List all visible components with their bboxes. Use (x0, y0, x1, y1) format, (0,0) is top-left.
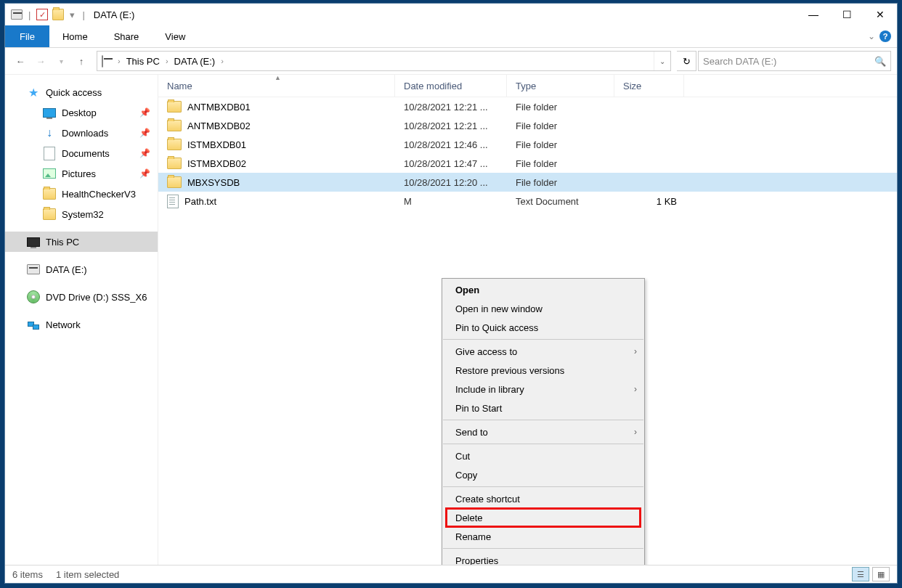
address-bar[interactable]: › This PC › DATA (E:) › ⌄ (97, 51, 671, 71)
navigation-bar: ← → ▾ ↑ › This PC › DATA (E:) › ⌄ ↻ Sear… (5, 48, 897, 75)
pin-icon: 📌 (139, 168, 150, 179)
star-icon: ★ (27, 86, 40, 99)
menu-separator (443, 339, 643, 340)
breadcrumb-this-pc[interactable]: This PC (125, 56, 161, 67)
column-label: Date modified (404, 81, 462, 91)
pin-icon: 📌 (139, 107, 150, 118)
help-icon[interactable]: ? (879, 30, 891, 42)
folder-icon (43, 187, 56, 200)
menu-pin-quick-access[interactable]: Pin to Quick access (442, 318, 644, 337)
file-rows: ANTMBXDB0110/28/2021 12:21 ...File folde… (158, 97, 897, 211)
menu-pin-start[interactable]: Pin to Start (442, 399, 644, 417)
navpane-system32[interactable]: System32 (5, 204, 158, 224)
qat-properties-icon[interactable]: ✓ (36, 9, 48, 20)
qat-drive-icon (11, 9, 23, 20)
breadcrumb-data-e[interactable]: DATA (E:) (173, 56, 217, 67)
back-button[interactable]: ← (11, 52, 30, 70)
network-icon (27, 318, 40, 331)
explorer-window: | ✓ ▾ | DATA (E:) — ☐ ✕ File Home Share … (4, 3, 898, 584)
menu-delete[interactable]: Delete (442, 508, 644, 527)
menu-open-new-window[interactable]: Open in new window (442, 299, 644, 318)
navigation-pane: ★ Quick access Desktop 📌 ↓ Downloads 📌 D… (5, 75, 158, 567)
qat-newfolder-icon[interactable] (52, 9, 64, 20)
navpane-healthchecker[interactable]: HealthCheckerV3 (5, 184, 158, 204)
file-row[interactable]: Path.txtMText Document1 KB (158, 192, 897, 211)
navpane-label: Desktop (62, 107, 97, 118)
menu-send-to[interactable]: Send to› (442, 422, 644, 441)
status-selection: 1 item selected (56, 569, 119, 580)
menu-label: Open in new window (455, 303, 543, 314)
file-row[interactable]: ISTMBXDB0210/28/2021 12:47 ...File folde… (158, 154, 897, 173)
navpane-dvd[interactable]: DVD Drive (D:) SSS_X6 (5, 287, 158, 307)
drive-icon (27, 263, 40, 276)
navpane-label: DATA (E:) (46, 264, 87, 275)
menu-include-library[interactable]: Include in library› (442, 380, 644, 399)
navpane-documents[interactable]: Documents 📌 (5, 143, 158, 163)
search-icon[interactable]: 🔍 (874, 56, 886, 67)
file-list-pane: Name ▲ Date modified Type Size ANTMBXDB0… (158, 75, 897, 567)
recent-locations-button[interactable]: ▾ (52, 52, 70, 70)
chevron-right-icon[interactable]: › (116, 57, 122, 65)
column-size[interactable]: Size (614, 75, 684, 97)
sort-asc-icon: ▲ (275, 74, 281, 81)
file-icon (167, 195, 179, 208)
quick-access-toolbar: | ✓ ▾ | DATA (E:) (5, 9, 134, 20)
menu-cut[interactable]: Cut (442, 446, 644, 465)
address-history-button[interactable]: ⌄ (654, 52, 670, 70)
column-label: Type (516, 81, 536, 91)
tab-home[interactable]: Home (49, 25, 101, 47)
chevron-right-icon[interactable]: › (164, 57, 170, 65)
folder-icon (43, 208, 56, 221)
menu-create-shortcut[interactable]: Create shortcut (442, 489, 644, 508)
menu-rename[interactable]: Rename (442, 527, 644, 546)
view-details-button[interactable]: ☰ (852, 567, 869, 581)
folder-icon (167, 176, 182, 188)
view-large-icons-button[interactable]: ▦ (872, 567, 890, 581)
navpane-downloads[interactable]: ↓ Downloads 📌 (5, 123, 158, 143)
forward-button[interactable]: → (31, 52, 50, 70)
tab-share[interactable]: Share (101, 25, 153, 47)
minimize-button[interactable]: — (797, 4, 830, 25)
download-icon: ↓ (43, 126, 56, 139)
pin-icon: 📌 (139, 128, 150, 138)
menu-label: Give access to (455, 346, 517, 357)
file-row[interactable]: ISTMBXDB0110/28/2021 12:46 ...File folde… (158, 135, 897, 154)
tab-file[interactable]: File (5, 25, 49, 47)
file-row[interactable]: MBXSYSDB10/28/2021 12:20 ...File folder (158, 173, 897, 192)
menu-open[interactable]: Open (442, 280, 644, 299)
cell-type: File folder (507, 116, 614, 135)
menu-give-access[interactable]: Give access to› (442, 342, 644, 361)
close-button[interactable]: ✕ (864, 4, 897, 25)
ribbon-expand-icon[interactable]: ⌄ (868, 31, 875, 41)
navpane-network[interactable]: Network (5, 314, 158, 335)
qat-separator: | (82, 9, 84, 20)
chevron-right-icon: › (634, 384, 637, 394)
navpane-this-pc[interactable]: This PC (5, 232, 158, 252)
cell-name: ISTMBXDB02 (158, 154, 395, 173)
menu-label: Pin to Start (455, 403, 502, 414)
navpane-quick-access[interactable]: ★ Quick access (5, 82, 158, 102)
navpane-desktop[interactable]: Desktop 📌 (5, 102, 158, 123)
body: ★ Quick access Desktop 📌 ↓ Downloads 📌 D… (5, 75, 897, 567)
column-name[interactable]: Name ▲ (158, 75, 395, 97)
menu-restore-previous[interactable]: Restore previous versions (442, 361, 644, 380)
chevron-right-icon[interactable]: › (219, 57, 225, 65)
search-input[interactable]: Search DATA (E:) 🔍 (698, 51, 891, 71)
column-type[interactable]: Type (507, 75, 614, 97)
menu-label: Include in library (455, 384, 524, 395)
maximize-button[interactable]: ☐ (830, 4, 864, 25)
file-row[interactable]: ANTMBXDB0110/28/2021 12:21 ...File folde… (158, 97, 897, 116)
refresh-button[interactable]: ↻ (677, 51, 696, 71)
navpane-data-e[interactable]: DATA (E:) (5, 259, 158, 279)
menu-label: Open (455, 285, 479, 295)
file-name: ANTMBXDB02 (187, 121, 251, 131)
cell-date: 10/28/2021 12:21 ... (395, 116, 507, 135)
navpane-label: Quick access (46, 87, 102, 98)
tab-view[interactable]: View (152, 25, 198, 47)
up-button[interactable]: ↑ (72, 52, 91, 70)
navpane-pictures[interactable]: Pictures 📌 (5, 163, 158, 184)
menu-copy[interactable]: Copy (442, 465, 644, 484)
cell-size (614, 135, 684, 154)
column-date[interactable]: Date modified (395, 75, 507, 97)
file-row[interactable]: ANTMBXDB0210/28/2021 12:21 ...File folde… (158, 116, 897, 135)
